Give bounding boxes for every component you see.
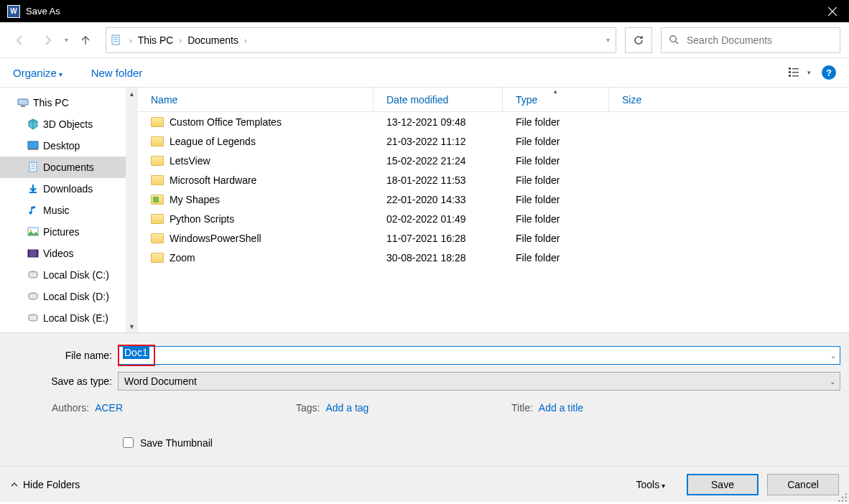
- tree-item-documents[interactable]: Documents: [0, 157, 138, 178]
- save-form: File name: Doc1 ⌄ Save as type: Word Doc…: [0, 332, 849, 466]
- tree-item-disk[interactable]: Local Disk (C:): [0, 264, 138, 286]
- file-type: File folder: [503, 116, 609, 128]
- file-date: 30-08-2021 18:28: [374, 252, 503, 263]
- address-chevron-icon[interactable]: ▾: [605, 36, 611, 44]
- file-date: 21-03-2022 11:12: [374, 136, 503, 147]
- tree-item-3d[interactable]: 3D Objects: [0, 113, 138, 135]
- tree-item-label: Local Disk (D:): [43, 291, 109, 302]
- file-name: Python Scripts: [170, 213, 234, 225]
- authors-value[interactable]: ACER: [95, 402, 123, 414]
- file-date: 22-01-2020 14:33: [374, 194, 503, 205]
- recent-locations-chevron-icon[interactable]: ▾: [63, 36, 70, 44]
- forward-button[interactable]: [36, 29, 59, 52]
- file-type: File folder: [503, 136, 609, 147]
- tree-item-label: Pictures: [43, 226, 80, 238]
- file-row[interactable]: Python Scripts02-02-2022 01:49File folde…: [138, 209, 849, 228]
- folder-icon: [151, 233, 164, 243]
- file-row[interactable]: League of Legends21-03-2022 11:12File fo…: [138, 131, 849, 151]
- file-type: File folder: [503, 213, 609, 225]
- column-name[interactable]: Name: [138, 88, 374, 111]
- savetype-combo[interactable]: Word Document ⌄: [118, 372, 840, 391]
- column-type[interactable]: ▴Type: [503, 88, 609, 111]
- svg-point-37: [845, 500, 847, 502]
- scroll-up-icon[interactable]: ▲: [126, 88, 138, 100]
- tree-item-pictures[interactable]: Pictures: [0, 221, 138, 243]
- column-size[interactable]: Size: [609, 88, 849, 111]
- tree-item-label: Videos: [43, 248, 74, 259]
- tree-item-disk[interactable]: Local Disk (E:): [0, 307, 138, 329]
- address-bar[interactable]: › This PC › Documents › ▾: [106, 27, 616, 53]
- cancel-button[interactable]: Cancel: [767, 474, 839, 495]
- breadcrumb-documents[interactable]: Documents: [185, 34, 241, 46]
- file-name: LetsView: [170, 155, 210, 167]
- file-row[interactable]: My Shapes22-01-2020 14:33File folder: [138, 190, 849, 209]
- file-row[interactable]: Zoom30-08-2021 18:28File folder: [138, 248, 849, 267]
- resize-grip-icon[interactable]: [838, 493, 848, 503]
- breadcrumb-this-pc[interactable]: This PC: [135, 34, 177, 46]
- back-button[interactable]: [9, 29, 32, 52]
- new-folder-button[interactable]: New folder: [91, 67, 143, 79]
- refresh-button[interactable]: [625, 27, 652, 53]
- breadcrumb-separator-icon[interactable]: ›: [176, 36, 185, 45]
- svg-point-34: [845, 497, 847, 498]
- svg-point-35: [838, 500, 840, 502]
- column-date[interactable]: Date modified: [374, 88, 503, 111]
- file-date: 15-02-2022 21:24: [374, 155, 503, 167]
- breadcrumb-separator-icon[interactable]: ›: [241, 36, 250, 45]
- tree-item-music[interactable]: Music: [0, 200, 138, 221]
- documents-icon: [27, 162, 39, 173]
- close-button[interactable]: [816, 0, 849, 22]
- hide-folders-button[interactable]: Hide Folders: [10, 479, 80, 490]
- tree-item-label: Downloads: [43, 183, 93, 195]
- up-button[interactable]: [74, 29, 97, 52]
- view-options-button[interactable]: ▾: [786, 62, 813, 83]
- refresh-icon: [633, 34, 644, 46]
- breadcrumb-separator-icon[interactable]: ›: [126, 36, 135, 45]
- file-name: League of Legends: [170, 136, 256, 147]
- filename-input[interactable]: Doc1: [118, 346, 840, 365]
- organize-menu[interactable]: Organize: [13, 67, 62, 79]
- bottom-bar: Hide Folders Tools Save Cancel: [0, 466, 849, 502]
- title-value[interactable]: Add a title: [539, 402, 583, 414]
- downloads-icon: [27, 183, 39, 195]
- folder-icon: [151, 195, 164, 205]
- file-row[interactable]: Custom Office Templates13-12-2021 09:48F…: [138, 112, 849, 131]
- close-icon: [828, 7, 837, 16]
- folder-icon: [151, 156, 164, 166]
- arrow-right-icon: [42, 34, 53, 46]
- help-button[interactable]: ?: [822, 65, 836, 80]
- tree-item-downloads[interactable]: Downloads: [0, 178, 138, 200]
- file-name: WindowsPowerShell: [170, 233, 261, 244]
- svg-point-6: [670, 36, 676, 42]
- file-type: File folder: [503, 233, 609, 244]
- svg-rect-11: [792, 72, 799, 73]
- tools-menu[interactable]: Tools: [636, 479, 665, 490]
- file-row[interactable]: Microsoft Hardware18-01-2022 11:53File f…: [138, 170, 849, 190]
- search-input[interactable]: Search Documents: [661, 27, 840, 53]
- file-type: File folder: [503, 252, 609, 263]
- tree-item-label: 3D Objects: [43, 118, 93, 130]
- tree-item-label: Local Disk (E:): [43, 312, 108, 324]
- scroll-down-icon[interactable]: ▼: [126, 320, 138, 332]
- file-row[interactable]: WindowsPowerShell11-07-2021 16:28File fo…: [138, 228, 849, 248]
- search-placeholder: Search Documents: [687, 34, 772, 46]
- tree-item-desktop[interactable]: Desktop: [0, 135, 138, 157]
- tree-item-pc[interactable]: This PC: [0, 92, 138, 113]
- save-thumbnail-checkbox[interactable]: [123, 437, 134, 448]
- file-row[interactable]: LetsView15-02-2022 21:24File folder: [138, 151, 849, 170]
- sidebar-scrollbar[interactable]: ▲ ▼: [126, 88, 138, 332]
- tree-item-videos[interactable]: Videos: [0, 243, 138, 264]
- tree-item-label: Desktop: [43, 140, 80, 151]
- tags-label: Tags:: [296, 402, 320, 414]
- command-bar: Organize New folder ▾ ?: [0, 58, 849, 87]
- tree-item-disk[interactable]: Local Disk (D:): [0, 286, 138, 307]
- file-date: 13-12-2021 09:48: [374, 116, 503, 128]
- window-title: Save As: [26, 6, 816, 17]
- save-button[interactable]: Save: [687, 474, 758, 495]
- file-name: Zoom: [170, 252, 195, 263]
- view-list-icon: [789, 67, 804, 78]
- svg-rect-16: [28, 141, 38, 149]
- tags-value[interactable]: Add a tag: [325, 402, 368, 414]
- folder-icon: [151, 117, 164, 127]
- svg-rect-28: [37, 250, 38, 257]
